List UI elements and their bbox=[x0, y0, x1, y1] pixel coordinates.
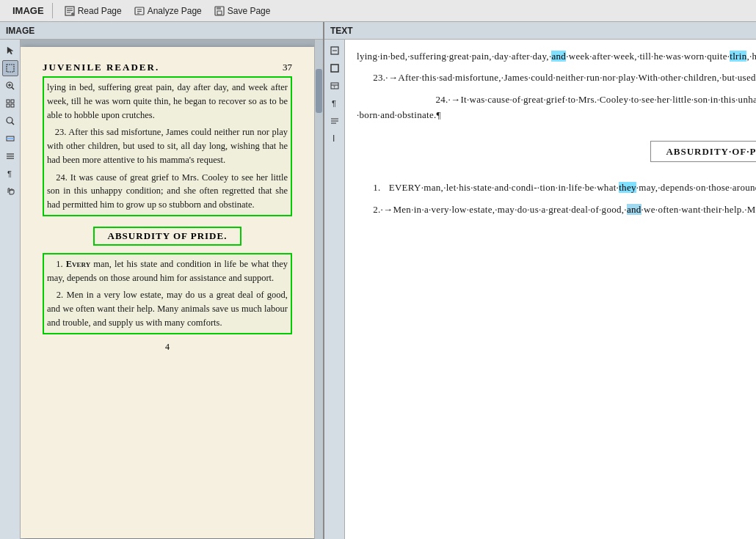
hand-tool-btn[interactable] bbox=[2, 183, 18, 199]
text-frame-btn[interactable] bbox=[327, 60, 343, 76]
main-area: IMAGE bbox=[0, 22, 756, 539]
analyze-page-label: Analyze Page bbox=[148, 6, 202, 16]
image-content: ¶ JUVENILE READER. 37 lying in bed, bbox=[0, 40, 323, 539]
right-sidebar: T ¶ I bbox=[324, 40, 345, 539]
svg-point-4 bbox=[71, 12, 74, 15]
save-page-button[interactable]: Save Page bbox=[208, 3, 276, 19]
selection-box-2: 1. Every man, let his state and conditio… bbox=[43, 253, 292, 334]
read-page-button[interactable]: Read Page bbox=[59, 3, 127, 19]
selection-box-1: lying in bed, suffering great pain, day … bbox=[43, 76, 292, 216]
ocr-section-container: ABSURDITY·OF·PRIDE.¶ bbox=[357, 132, 756, 171]
svg-rect-18 bbox=[11, 100, 14, 103]
text-content-area: T ¶ I lying·in·bed,·suffering·great·pain… bbox=[324, 40, 756, 539]
svg-text:I: I bbox=[332, 134, 335, 143]
svg-line-22 bbox=[12, 122, 14, 125]
read-page-icon bbox=[64, 5, 76, 17]
save-page-icon bbox=[214, 5, 225, 17]
text-lines-btn[interactable] bbox=[327, 113, 343, 129]
ocr-paragraph-5: 2.·→Men·in·a·very·low·estate,·may·do·us·… bbox=[357, 202, 756, 217]
image-panel-title: IMAGE bbox=[6, 26, 34, 36]
svg-line-16 bbox=[12, 87, 14, 89]
ocr-paragraph-4: 1. EVERY·man,·let·his·state·and·condi-·t… bbox=[357, 180, 756, 195]
save-page-label: Save Page bbox=[228, 6, 271, 16]
book-page: JUVENILE READER. 37 lying in bed, suffer… bbox=[21, 47, 314, 538]
analyze-page-icon bbox=[134, 5, 145, 17]
book-text-2: 1. Every man, let his state and conditio… bbox=[47, 257, 288, 330]
svg-rect-11 bbox=[217, 11, 222, 15]
text-cursor-btn[interactable] bbox=[327, 43, 343, 59]
svg-rect-17 bbox=[7, 100, 10, 103]
lines-btn[interactable] bbox=[2, 148, 18, 164]
highlight-and2: and bbox=[627, 204, 641, 215]
select-tool-btn[interactable] bbox=[2, 60, 18, 76]
page-header-left: JUVENILE READER. bbox=[43, 62, 159, 73]
svg-text:¶: ¶ bbox=[332, 99, 336, 108]
read-page-label: Read Page bbox=[78, 6, 122, 16]
zoom-in-btn[interactable] bbox=[2, 78, 18, 94]
section-title-container: ABSURDITY OF PRIDE. bbox=[43, 227, 292, 246]
magnify-btn[interactable] bbox=[2, 113, 18, 129]
ocr-paragraph-3: 24.·→It·was·cause·of·great·grief·to·Mrs.… bbox=[357, 92, 756, 123]
svg-rect-12 bbox=[7, 65, 14, 72]
toolbar-read-section: Read Page Analyze Page Save Page bbox=[56, 3, 279, 19]
top-toolbar: IMAGE Read Page Analyze Page Save Page bbox=[0, 0, 756, 22]
book-text-1: lying in bed, suffering great pain, day … bbox=[47, 81, 288, 212]
ocr-paragraph-1: lying·in·bed,·suffering·great·pain,·day·… bbox=[357, 48, 756, 64]
text-panel: TEXT Style A A bbox=[324, 22, 756, 539]
svg-rect-20 bbox=[11, 104, 14, 107]
svg-text:T: T bbox=[333, 85, 335, 89]
paragraph-btn[interactable]: ¶ bbox=[2, 166, 18, 182]
text-para-btn[interactable]: ¶ bbox=[327, 95, 343, 111]
text-panel-title: TEXT bbox=[330, 26, 353, 36]
left-sidebar: ¶ bbox=[0, 40, 21, 539]
scan-btn[interactable] bbox=[2, 131, 18, 147]
image-panel: IMAGE bbox=[0, 22, 324, 539]
text-cursor2-btn[interactable]: I bbox=[327, 131, 343, 147]
page-number-top: 37 bbox=[283, 62, 292, 73]
ocr-paragraph-2: 23.·→After·this·sad·misfortune,·James·co… bbox=[357, 70, 756, 85]
svg-point-21 bbox=[7, 117, 12, 123]
svg-rect-31 bbox=[331, 65, 338, 72]
ocr-section-title: ABSURDITY·OF·PRIDE.¶ bbox=[650, 141, 756, 162]
svg-rect-10 bbox=[217, 7, 221, 10]
image-scrollbar[interactable] bbox=[314, 40, 323, 539]
ocr-text-view[interactable]: lying·in·bed,·suffering·great·pain,·day·… bbox=[345, 40, 756, 539]
section-title-image: ABSURDITY OF PRIDE. bbox=[93, 227, 242, 246]
highlight-and: and bbox=[551, 51, 566, 62]
cursor-tool-btn[interactable] bbox=[2, 43, 18, 59]
svg-rect-19 bbox=[7, 104, 10, 107]
toolbar-image-section: IMAGE bbox=[4, 3, 53, 18]
highlight-they: they bbox=[619, 182, 636, 193]
grid-view-btn[interactable] bbox=[2, 95, 18, 111]
image-panel-header: IMAGE bbox=[0, 22, 323, 40]
image-view[interactable]: JUVENILE READER. 37 lying in bed, suffer… bbox=[21, 40, 314, 539]
svg-text:¶: ¶ bbox=[7, 169, 12, 178]
image-label-btn: IMAGE bbox=[7, 3, 49, 18]
text-panel-header: TEXT Style A A bbox=[324, 22, 756, 40]
analyze-page-button[interactable]: Analyze Page bbox=[128, 3, 207, 19]
text-zoom-btn[interactable]: T bbox=[327, 78, 343, 94]
highlight-tlrin: tlrin bbox=[730, 51, 746, 62]
page-number-bottom: 4 bbox=[43, 342, 292, 353]
